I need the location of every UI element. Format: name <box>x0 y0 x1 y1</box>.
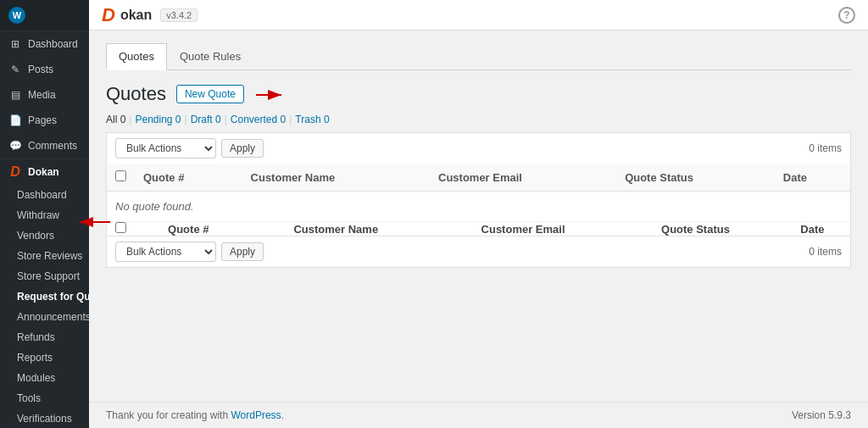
quotes-table-wrap: Bulk Actions Apply 0 items Quote # Custo… <box>106 132 851 268</box>
apply-button-top[interactable]: Apply <box>221 139 264 158</box>
sidebar-item-refunds[interactable]: Refunds <box>8 327 89 347</box>
topbar-right: ? <box>838 7 855 24</box>
sidebar-item-withdraw[interactable]: Withdraw <box>8 205 89 225</box>
sidebar-item-verifications[interactable]: Verifications <box>8 409 89 428</box>
col-quote-status: Quote Status <box>616 164 775 192</box>
col-customer-name: Customer Name <box>242 164 430 192</box>
col-quote-status-foot: Quote Status <box>616 222 775 236</box>
sidebar-item-modules[interactable]: Modules <box>8 368 89 388</box>
select-all-checkbox[interactable] <box>115 170 126 181</box>
comments-icon: 💬 <box>8 139 22 153</box>
col-date: Date <box>775 164 850 192</box>
col-check <box>107 164 135 192</box>
filter-all[interactable]: All 0 <box>106 114 125 125</box>
sidebar-top-nav: ⊞ Dashboard ✎ Posts ▤ Media 📄 Pages 💬 Co… <box>0 31 89 158</box>
sidebar-dokan-parent[interactable]: D Dokan <box>0 159 89 185</box>
sidebar-item-media[interactable]: ▤ Media <box>0 82 89 108</box>
select-all-checkbox-footer[interactable] <box>115 222 126 233</box>
filter-pending[interactable]: Pending 0 <box>135 114 181 125</box>
sidebar-item-store-reviews[interactable]: Store Reviews <box>8 246 89 266</box>
new-quote-button[interactable]: New Quote <box>176 85 244 103</box>
col-customer-name-foot: Customer Name <box>242 222 430 236</box>
pages-icon: 📄 <box>8 114 22 127</box>
main-content: Dokan v3.4.2 ? Quotes Quote Rules Quotes… <box>89 0 868 428</box>
filter-draft[interactable]: Draft 0 <box>191 114 221 125</box>
col-customer-email: Customer Email <box>430 164 616 192</box>
table-footer-row: Quote # Customer Name Customer Email Quo… <box>107 222 850 236</box>
version-badge: v3.4.2 <box>160 8 198 22</box>
filter-links: All 0 | Pending 0 | Draft 0 | Converted … <box>106 114 851 125</box>
footer-version: Version 5.9.3 <box>792 409 851 421</box>
page-heading: Quotes New Quote <box>106 83 851 105</box>
bulk-actions-select-bottom[interactable]: Bulk Actions <box>115 242 216 262</box>
topbar: Dokan v3.4.2 ? <box>89 0 868 31</box>
no-results-cell: No quote found. <box>107 192 850 222</box>
sidebar-item-store-support[interactable]: Store Support <box>8 266 89 286</box>
dokan-logo-d: D <box>102 4 115 26</box>
dokan-logo-name: okan <box>120 8 152 23</box>
bulk-actions-top: Bulk Actions Apply <box>115 138 264 158</box>
sidebar-item-tools[interactable]: Tools <box>8 388 89 409</box>
wp-logo-icon: W <box>8 7 25 24</box>
sidebar-item-posts[interactable]: ✎ Posts <box>0 57 89 82</box>
col-quote-num: Quote # <box>135 164 242 192</box>
help-icon-button[interactable]: ? <box>838 7 855 24</box>
wordpress-link[interactable]: WordPress <box>231 409 281 421</box>
footer-text: Thank you for creating with WordPress. <box>106 409 284 421</box>
media-icon: ▤ <box>8 88 22 102</box>
table-header-row: Quote # Customer Name Customer Email Quo… <box>107 164 850 192</box>
col-quote-num-foot: Quote # <box>135 222 242 236</box>
sidebar: W ⊞ Dashboard ✎ Posts ▤ Media 📄 Pages 💬 … <box>0 0 89 428</box>
sidebar-dokan-subnav: Dashboard Withdraw Vendors Store Reviews… <box>0 185 89 428</box>
sidebar-item-dashboard[interactable]: ⊞ Dashboard <box>0 31 89 57</box>
sidebar-item-dokan-dashboard[interactable]: Dashboard <box>8 185 89 205</box>
nav-tabs: Quotes Quote Rules <box>106 43 851 70</box>
tab-quote-rules[interactable]: Quote Rules <box>167 43 253 69</box>
bulk-actions-select-top[interactable]: Bulk Actions <box>115 138 216 158</box>
footer: Thank you for creating with WordPress. V… <box>89 402 868 428</box>
table-topbar: Bulk Actions Apply 0 items <box>107 133 850 164</box>
tab-quotes[interactable]: Quotes <box>106 43 167 70</box>
items-count-top: 0 items <box>809 142 842 154</box>
content-wrap: Quotes Quote Rules Quotes New Quote <box>89 31 868 402</box>
filter-trash[interactable]: Trash 0 <box>295 114 329 125</box>
sidebar-item-reports[interactable]: Reports <box>8 347 89 368</box>
table-bottombar: Bulk Actions Apply 0 items <box>107 236 850 267</box>
dashboard-icon: ⊞ <box>8 37 22 51</box>
posts-icon: ✎ <box>8 63 22 76</box>
new-quote-btn-container: New Quote <box>176 85 288 103</box>
filter-converted[interactable]: Converted 0 <box>231 114 286 125</box>
sidebar-item-comments[interactable]: 💬 Comments <box>0 133 89 158</box>
col-customer-email-foot: Customer Email <box>430 222 616 236</box>
bulk-actions-bottom: Bulk Actions Apply <box>115 242 264 262</box>
wp-logo-area[interactable]: W <box>0 0 89 31</box>
quotes-table: Quote # Customer Name Customer Email Quo… <box>107 164 850 236</box>
col-date-foot: Date <box>775 222 850 236</box>
col-check-foot <box>107 222 135 236</box>
sidebar-item-request-quotation[interactable]: Request for Quotation <box>8 286 89 307</box>
sidebar-item-vendors[interactable]: Vendors <box>8 225 89 246</box>
dokan-brand: Dokan <box>102 4 152 26</box>
sidebar-item-announcements[interactable]: Announcements <box>8 307 89 327</box>
apply-button-bottom[interactable]: Apply <box>221 242 264 261</box>
sidebar-dokan-section: D Dokan Dashboard Withdraw Vendors Store… <box>0 158 89 428</box>
page-title: Quotes <box>106 83 166 105</box>
sidebar-item-pages[interactable]: 📄 Pages <box>0 108 89 133</box>
dokan-d-icon: D <box>8 165 22 179</box>
no-results-row: No quote found. <box>107 192 850 222</box>
items-count-bottom: 0 items <box>809 246 842 258</box>
arrow-annotation <box>254 86 288 103</box>
